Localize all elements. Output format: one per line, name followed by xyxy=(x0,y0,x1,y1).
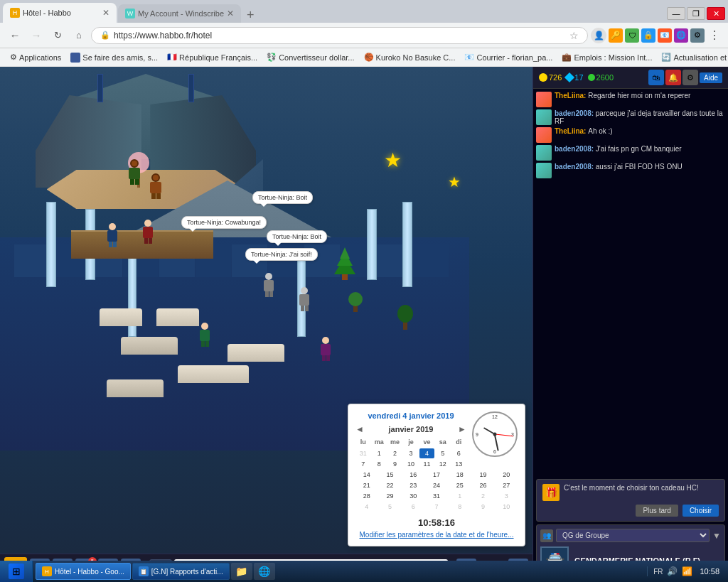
bookmark-kuroko[interactable]: 🏀 Kuroko No Basuke C... xyxy=(360,51,460,63)
more-options-button[interactable]: ⋮ xyxy=(707,28,722,42)
forward-button[interactable]: → xyxy=(27,26,46,45)
bookmark-emplois[interactable]: 💼 Emplois : Mission Int... xyxy=(557,51,656,63)
cal-day-18[interactable]: 18 xyxy=(449,470,471,480)
cal-day-8[interactable]: 8 xyxy=(371,459,386,469)
chat-text-5: baden2008: aussi j'ai FBI FOD HS ONU xyxy=(555,163,682,171)
start-button[interactable]: ⊞ xyxy=(0,561,33,582)
close-window-button[interactable]: ✕ xyxy=(707,7,725,20)
cal-day-13[interactable]: 13 xyxy=(451,459,466,469)
cal-day-jan4[interactable]: 4 xyxy=(355,502,378,512)
cal-day-4-today[interactable]: 4 xyxy=(419,448,434,458)
tab-habbo[interactable]: H Hôtel - Habbo ✕ xyxy=(3,3,117,23)
cal-day-jan5[interactable]: 5 xyxy=(379,502,402,512)
profile-icon[interactable]: 👤 xyxy=(591,28,606,43)
help-button[interactable]: Aide xyxy=(700,72,722,83)
cal-day-jan7[interactable]: 7 xyxy=(425,502,448,512)
minimize-button[interactable]: — xyxy=(667,7,685,20)
cal-day-27[interactable]: 27 xyxy=(495,480,518,490)
cal-day-2[interactable]: 2 xyxy=(387,448,402,458)
choose-button[interactable]: Choisir xyxy=(682,505,719,517)
tab-close-1[interactable]: ✕ xyxy=(102,8,109,18)
bookmark-star-icon[interactable]: ☆ xyxy=(569,30,579,41)
windscribe-favicon: W xyxy=(125,9,135,18)
cal-day-30[interactable]: 30 xyxy=(402,491,424,501)
cal-day-17[interactable]: 17 xyxy=(425,470,448,480)
home-nav-button[interactable]: ⌂ xyxy=(70,26,88,45)
day-header-sa: sa xyxy=(435,437,450,447)
tab-bar: H Hôtel - Habbo ✕ W My Account - Windscr… xyxy=(0,0,728,23)
day-header-lu: lu xyxy=(355,437,370,447)
settings-icon-btn[interactable]: ⚙ xyxy=(682,70,698,85)
cal-day-29[interactable]: 29 xyxy=(379,491,402,501)
cal-day-22[interactable]: 22 xyxy=(379,480,402,490)
cal-day-23[interactable]: 23 xyxy=(402,480,424,490)
cal-day-14[interactable]: 14 xyxy=(355,470,378,480)
cal-day-feb2[interactable]: 2 xyxy=(472,491,495,501)
cal-day-20[interactable]: 20 xyxy=(495,470,518,480)
cal-day-jan8[interactable]: 8 xyxy=(449,502,471,512)
network-icon[interactable]: 📶 xyxy=(682,566,692,576)
bookmark-converter[interactable]: 💱 Convertisseur dollar... xyxy=(262,51,358,63)
cal-day-feb1[interactable]: 1 xyxy=(449,491,471,501)
cal-day-3[interactable]: 3 xyxy=(403,448,418,458)
cal-day-21[interactable]: 21 xyxy=(355,480,378,490)
cal-day-jan6[interactable]: 6 xyxy=(402,502,424,512)
back-button[interactable]: ← xyxy=(6,26,24,45)
cal-day-28[interactable]: 28 xyxy=(355,491,378,501)
cal-day-31[interactable]: 31 xyxy=(355,448,370,458)
cal-day-31b[interactable]: 31 xyxy=(425,491,448,501)
cal-day-24[interactable]: 24 xyxy=(425,480,448,490)
ext-icon-5[interactable]: 🌐 xyxy=(674,28,688,43)
bookmark-actualisation[interactable]: 🔄 Actualisation et cons... xyxy=(657,51,728,63)
tab-close-2[interactable]: ✕ xyxy=(227,9,234,18)
taskbar-folder-icon[interactable]: 📁 xyxy=(231,563,252,580)
converter-icon: 💱 xyxy=(267,53,277,62)
reload-button[interactable]: ↻ xyxy=(48,26,67,45)
taskbar-browser-icon[interactable]: 🌐 xyxy=(254,563,275,580)
cal-day-12[interactable]: 12 xyxy=(435,459,450,469)
new-tab-button[interactable]: + xyxy=(241,8,260,23)
cal-day-jan9[interactable]: 9 xyxy=(472,502,495,512)
cal-week-1: 31 1 2 3 4 5 6 xyxy=(355,448,466,458)
cal-day-7[interactable]: 7 xyxy=(355,459,370,469)
bookmark-mail[interactable]: 📧 Courrier - florian_pa... xyxy=(460,51,557,63)
chat-username-2: baden2008: xyxy=(555,109,596,117)
tab-windscribe[interactable]: W My Account - Windscribe ✕ xyxy=(118,4,241,23)
address-bar[interactable]: 🔒 https://www.habbo.fr/hotel ☆ xyxy=(91,27,588,44)
cal-day-feb3[interactable]: 3 xyxy=(495,491,518,501)
cal-day-16[interactable]: 16 xyxy=(402,470,424,480)
cal-next-button[interactable]: ► xyxy=(458,424,466,434)
france-icon: 🇫🇷 xyxy=(167,53,177,62)
cal-day-25[interactable]: 25 xyxy=(449,480,471,490)
cal-day-19[interactable]: 19 xyxy=(472,470,495,480)
taskbar-item-rapport[interactable]: 📋 [G.N] Rapports d'acti... xyxy=(132,563,230,580)
ext-icon-3[interactable]: 🔒 xyxy=(641,28,655,43)
bookmark-applications[interactable]: ⚙ Applications xyxy=(6,51,65,63)
bookmark-friends[interactable]: Se faire des amis, s... xyxy=(66,51,162,64)
group-title-select[interactable]: QG de Groupe xyxy=(556,529,710,542)
cal-day-1[interactable]: 1 xyxy=(371,448,386,458)
char-tortue-1 xyxy=(128,159,141,180)
volume-icon[interactable]: 🔊 xyxy=(667,566,678,576)
cal-day-jan10[interactable]: 10 xyxy=(495,502,518,512)
notification-icon-btn[interactable]: 🔔 xyxy=(665,70,681,85)
maximize-button[interactable]: ❐ xyxy=(687,7,705,20)
cal-day-26[interactable]: 26 xyxy=(472,480,495,490)
bookmark-france[interactable]: 🇫🇷 République Français... xyxy=(163,51,262,63)
later-button[interactable]: Plus tard xyxy=(636,505,678,517)
ext-icon-2[interactable]: 🛡 xyxy=(625,28,639,43)
modify-datetime-button[interactable]: Modifier les paramètres de la date et de… xyxy=(355,531,518,539)
cal-day-15[interactable]: 15 xyxy=(379,470,402,480)
cal-day-5[interactable]: 5 xyxy=(435,448,450,458)
cal-day-11[interactable]: 11 xyxy=(419,459,434,469)
ext-icon-4[interactable]: 📧 xyxy=(658,28,672,43)
ext-icon-6[interactable]: ⚙ xyxy=(690,28,705,43)
cal-day-6[interactable]: 6 xyxy=(451,448,466,458)
cal-prev-button[interactable]: ◄ xyxy=(355,424,364,434)
cal-day-10[interactable]: 10 xyxy=(403,459,418,469)
habbo-taskbar-icon: H xyxy=(42,566,52,576)
ext-icon-1[interactable]: 🔑 xyxy=(609,28,623,43)
cal-day-9[interactable]: 9 xyxy=(387,459,402,469)
shop-icon-btn[interactable]: 🛍 xyxy=(648,70,664,85)
taskbar-item-habbo[interactable]: H Hôtel - Habbo - Goo... xyxy=(36,563,131,580)
